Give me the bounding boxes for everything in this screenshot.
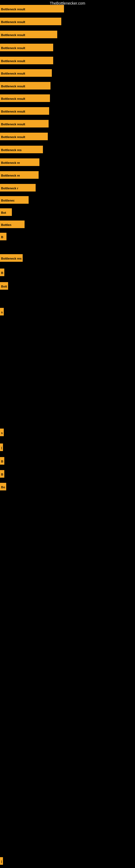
- bar-extension-7: [26, 94, 50, 102]
- bar-row-18: B: [0, 233, 6, 240]
- bar-row-14: Bottleneck r: [0, 184, 36, 191]
- bar-row-2: Bottleneck result: [0, 31, 57, 38]
- bar-row-4: Bottleneck result: [0, 57, 53, 64]
- bar-label-17: Bottlen: [0, 220, 12, 228]
- bar-label-24: |: [0, 443, 3, 451]
- bar-row-23: s: [0, 429, 4, 436]
- bar-extension-12: [21, 158, 39, 166]
- bar-label-11: Bottleneck res: [0, 146, 23, 153]
- bar-label-10: Bottleneck result: [0, 133, 26, 140]
- bar-label-0: Bottleneck result: [0, 5, 26, 12]
- bar-row-1: Bottleneck result: [0, 18, 61, 25]
- bar-label-8: Bottleneck result: [0, 107, 26, 115]
- bar-label-14: Bottleneck r: [0, 184, 19, 191]
- bar-row-26: B: [0, 470, 4, 478]
- bar-label-3: Bottleneck result: [0, 44, 26, 51]
- bar-row-19: Bottleneck res: [0, 254, 23, 262]
- bar-row-21: Bott: [0, 282, 8, 290]
- bar-row-13: Bottleneck re: [0, 171, 39, 179]
- bar-extension-18: [4, 233, 6, 240]
- bar-label-25: B: [0, 457, 4, 465]
- bar-row-22: s: [0, 308, 4, 315]
- bar-label-28: |: [0, 857, 3, 865]
- bar-extension-15: [16, 196, 29, 204]
- bar-extension-6: [26, 82, 50, 90]
- bar-label-15: Bottlenec: [0, 196, 16, 204]
- bar-label-6: Bottleneck result: [0, 82, 26, 90]
- bar-row-16: Bot: [0, 208, 12, 216]
- bar-extension-14: [19, 184, 36, 191]
- bar-label-4: Bottleneck result: [0, 57, 26, 64]
- bar-label-18: B: [0, 233, 4, 240]
- bar-label-16: Bot: [0, 208, 7, 216]
- bar-row-24: |: [0, 443, 3, 451]
- bar-extension-4: [26, 57, 53, 64]
- bar-row-12: Bottleneck re: [0, 158, 39, 166]
- bar-label-27: Bo: [0, 483, 6, 490]
- bar-label-2: Bottleneck result: [0, 31, 26, 38]
- bar-row-6: Bottleneck result: [0, 82, 50, 90]
- bar-extension-11: [23, 146, 43, 153]
- bar-label-21: Bott: [0, 282, 8, 290]
- bar-label-5: Bottleneck result: [0, 69, 26, 77]
- bar-row-7: Bottleneck result: [0, 94, 50, 102]
- bar-extension-9: [26, 120, 49, 127]
- bar-label-23: s: [0, 429, 4, 436]
- bar-label-26: B: [0, 470, 4, 478]
- bar-row-28: |: [0, 857, 3, 865]
- bar-row-15: Bottlenec: [0, 196, 29, 204]
- bar-extension-8: [26, 107, 49, 115]
- bar-extension-1: [26, 18, 61, 25]
- bar-label-1: Bottleneck result: [0, 18, 26, 25]
- bar-label-22: s: [0, 308, 4, 315]
- bar-row-25: B: [0, 457, 4, 465]
- bar-extension-5: [26, 69, 52, 77]
- bar-extension-0: [26, 5, 64, 12]
- bar-label-20: B: [0, 269, 4, 276]
- bar-label-9: Bottleneck result: [0, 120, 26, 127]
- bar-row-0: Bottleneck result: [0, 5, 64, 12]
- bar-row-17: Bottlen: [0, 220, 25, 228]
- bar-label-19: Bottleneck res: [0, 254, 23, 262]
- bar-row-27: Bo: [0, 483, 6, 490]
- bar-row-11: Bottleneck res: [0, 146, 43, 153]
- bar-extension-10: [26, 133, 48, 140]
- bar-row-8: Bottleneck result: [0, 107, 49, 115]
- bar-label-13: Bottleneck re: [0, 171, 21, 179]
- bar-row-20: B: [0, 269, 4, 276]
- bar-extension-3: [26, 44, 53, 51]
- bar-extension-13: [21, 171, 39, 179]
- bar-extension-16: [7, 208, 12, 216]
- bar-row-10: Bottleneck result: [0, 133, 48, 140]
- bar-row-9: Bottleneck result: [0, 120, 49, 127]
- bar-row-3: Bottleneck result: [0, 44, 53, 51]
- bar-row-5: Bottleneck result: [0, 69, 52, 77]
- bar-label-7: Bottleneck result: [0, 94, 26, 102]
- bar-label-12: Bottleneck re: [0, 158, 21, 166]
- bar-extension-17: [12, 220, 25, 228]
- bar-extension-2: [26, 31, 57, 38]
